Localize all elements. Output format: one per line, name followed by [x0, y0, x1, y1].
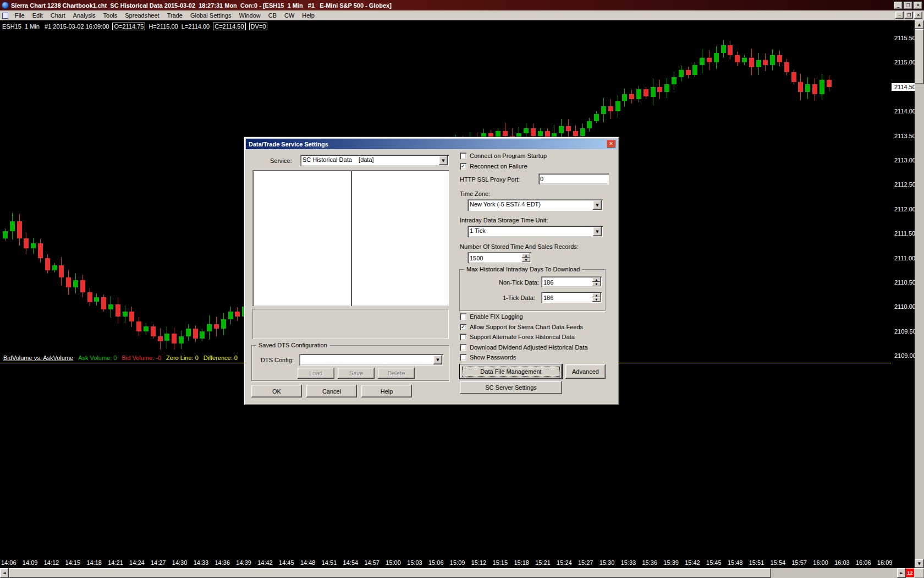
checkbox-row: ✓Reconnect on Failure	[460, 162, 527, 170]
dts-config-dropdown-arrow-icon[interactable]: ▼	[433, 355, 442, 364]
mdi-minimize-button[interactable]: −	[895, 12, 904, 19]
time-label: 15:21	[535, 559, 551, 566]
max-days-group-label: Max Historical Intraday Days To Download	[464, 266, 582, 272]
service-dropdown[interactable]: SC Historical Data [data] ▼	[300, 155, 449, 166]
time-label: 15:18	[514, 559, 529, 566]
non-tick-label: Non-Tick Data:	[499, 279, 539, 286]
time-label: 15:48	[728, 559, 743, 566]
service-list-left[interactable]	[252, 170, 351, 306]
checkbox-support-alternate-forex-historical-data[interactable]	[460, 334, 466, 340]
candle-body	[17, 221, 22, 238]
checkbox-allow-support-for-sierra-chart-data-feeds[interactable]: ✓	[460, 324, 466, 330]
candle-body	[622, 94, 627, 101]
timezone-dropdown-arrow-icon[interactable]: ▼	[593, 200, 602, 210]
checkbox-enable-fix-logging[interactable]	[460, 313, 466, 320]
one-tick-input[interactable]	[541, 292, 592, 303]
service-label: Service:	[270, 157, 292, 164]
scroll-down-icon[interactable]: ▼	[915, 559, 924, 568]
candle-body	[636, 89, 641, 99]
mdi-restore-button[interactable]: ❐	[905, 12, 913, 19]
window-maximize-button[interactable]: ❐	[904, 2, 912, 9]
candle-body	[200, 331, 205, 339]
records-spinner[interactable]: ▲▼	[468, 252, 531, 263]
candle-body	[580, 128, 585, 135]
advanced-button[interactable]: Advanced	[565, 364, 606, 379]
window-close-button[interactable]: ✕	[914, 2, 922, 9]
time-label: 15:00	[386, 559, 401, 566]
price-label: 2112.50	[894, 181, 916, 188]
candle-body	[820, 80, 824, 95]
checkbox-label: Allow Support for Sierra Chart Data Feed…	[470, 324, 583, 330]
storage-unit-dropdown[interactable]: 1 Tick ▼	[468, 226, 603, 237]
proxy-port-input[interactable]	[538, 173, 609, 184]
storage-unit-dropdown-arrow-icon[interactable]: ▼	[593, 227, 602, 236]
sc-server-settings-button[interactable]: SC Server Settings	[460, 381, 562, 394]
dts-config-dropdown[interactable]: ▼	[299, 354, 443, 366]
candle-body	[827, 80, 832, 87]
checkbox-show-passwords[interactable]	[460, 354, 466, 361]
horizontal-scroll-thumb[interactable]	[9, 568, 771, 578]
spin-down-icon[interactable]: ▼	[522, 258, 530, 262]
candle-body	[214, 324, 219, 329]
data-file-management-button[interactable]: Data File Management	[460, 364, 562, 379]
timezone-dropdown[interactable]: New York (-5 EST/-4 EDT) ▼	[468, 199, 603, 211]
checkbox-download-dividend-adjusted-historical-data[interactable]	[460, 344, 466, 351]
candle-body	[101, 297, 106, 309]
time-label: 15:30	[600, 559, 615, 566]
window-minimize-button[interactable]: _	[894, 2, 903, 9]
records-input[interactable]	[468, 252, 522, 263]
time-scale[interactable]: 14:0614:0914:1214:1514:1814:2114:2414:27…	[0, 559, 915, 568]
dialog-close-icon[interactable]: ✕	[607, 140, 615, 148]
time-label: 14:27	[151, 559, 166, 566]
checkbox-connect-on-program-startup[interactable]	[460, 152, 466, 159]
scrollbar-corner	[915, 568, 924, 578]
candle-body	[164, 334, 169, 341]
candle-body	[151, 326, 156, 336]
horizontal-scrollbar[interactable]: ◄ ► 12	[0, 568, 915, 578]
time-label: 15:27	[578, 559, 593, 566]
time-label: 16:06	[856, 559, 871, 566]
candle-body	[52, 265, 57, 270]
subgraph-labels: BidVolume vs. AskVolume Ask Volume: 0 Bi…	[3, 355, 243, 361]
spin-down-icon[interactable]: ▼	[592, 297, 601, 302]
one-tick-spinner[interactable]: ▲▼	[541, 292, 602, 303]
candle-body	[221, 319, 226, 329]
ask-volume-label: Ask Volume: 0	[78, 355, 117, 361]
non-tick-spinner[interactable]: ▲▼	[541, 276, 602, 287]
candle-body	[80, 280, 85, 292]
scroll-right-icon[interactable]: ►	[897, 568, 906, 578]
candle-body	[538, 131, 543, 136]
service-list-right[interactable]	[351, 170, 449, 306]
candle-body	[770, 55, 775, 65]
price-label: 2114.00	[894, 107, 916, 115]
spin-down-icon[interactable]: ▼	[592, 282, 601, 286]
time-label: 14:18	[86, 559, 102, 566]
candle-body	[228, 312, 233, 319]
spin-up-icon[interactable]: ▲	[522, 253, 530, 258]
candle-body	[777, 55, 782, 62]
time-label: 14:15	[65, 559, 81, 566]
service-dropdown-arrow-icon[interactable]: ▼	[439, 156, 448, 165]
cancel-button[interactable]: Cancel	[306, 385, 357, 397]
candle-body	[566, 126, 571, 131]
vertical-scrollbar[interactable]: ▲ ▼	[915, 20, 924, 568]
spin-up-icon[interactable]: ▲	[592, 293, 601, 297]
candle-body	[664, 84, 669, 91]
candle-body	[784, 62, 789, 72]
scroll-up-icon[interactable]: ▲	[915, 20, 924, 29]
non-tick-input[interactable]	[541, 276, 592, 287]
vertical-scroll-thumb[interactable]	[915, 29, 924, 84]
service-dropdown-value: SC Historical Data [data]	[302, 156, 374, 163]
ok-button[interactable]: OK	[251, 385, 302, 397]
price-scale[interactable]: 2115.502115.002114.502114.002113.502113.…	[891, 20, 915, 568]
help-button[interactable]: Help	[361, 385, 412, 397]
candle-body	[721, 45, 726, 52]
scroll-left-icon[interactable]: ◄	[0, 568, 9, 578]
dialog-titlebar[interactable]: Data/Trade Service Settings ✕	[246, 139, 617, 149]
mdi-close-button[interactable]: ✕	[914, 12, 922, 19]
candle-body	[45, 258, 50, 270]
checkbox-reconnect-on-failure[interactable]: ✓	[460, 163, 466, 170]
time-label: 15:03	[407, 559, 422, 566]
spin-up-icon[interactable]: ▲	[592, 277, 601, 282]
time-label: 14:39	[236, 559, 251, 566]
